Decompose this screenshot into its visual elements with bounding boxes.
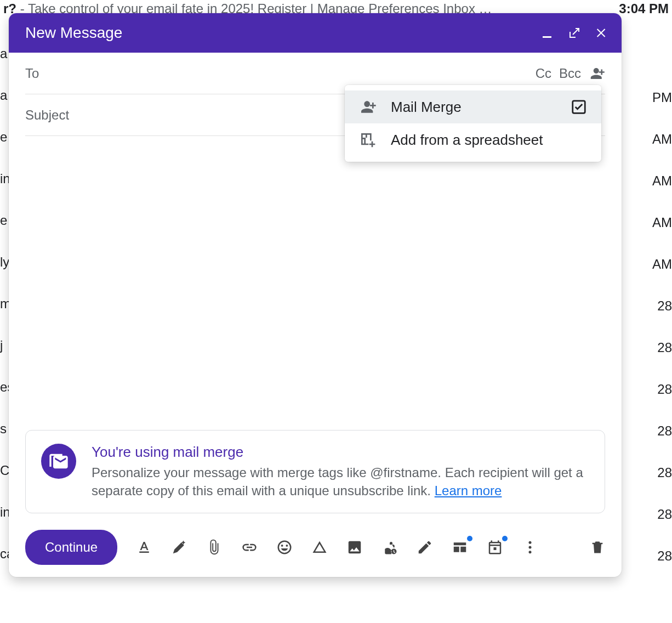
paperclip-icon [206, 539, 223, 556]
inbox-right-fragments: PMAMAMAMAM28282828282828 [652, 77, 672, 577]
info-card-body: Personalize your message with merge tags… [92, 464, 589, 500]
template-button[interactable] [452, 539, 468, 556]
to-input[interactable] [43, 66, 535, 81]
info-card-title: You're using mail merge [92, 444, 589, 461]
menu-item-label: Add from a spreadsheet [391, 132, 587, 149]
compose-title: New Message [25, 24, 122, 42]
learn-more-link[interactable]: Learn more [435, 483, 502, 498]
notification-dot [467, 536, 472, 541]
lock-clock-icon [381, 539, 398, 556]
schedule-button[interactable] [487, 539, 503, 556]
smart-compose-button[interactable] [171, 539, 187, 556]
svg-rect-0 [543, 36, 551, 38]
to-label: To [25, 66, 39, 81]
emoji-icon [276, 539, 293, 556]
mail-merge-icon [359, 98, 377, 116]
cc-button[interactable]: Cc [536, 66, 551, 81]
close-icon[interactable] [595, 26, 608, 39]
mail-merge-badge-icon [41, 444, 76, 479]
minimize-icon[interactable] [540, 26, 554, 39]
menu-item-add-spreadsheet[interactable]: Add from a spreadsheet [345, 123, 601, 156]
checkbox-checked-icon [571, 99, 587, 115]
image-button[interactable] [346, 539, 363, 556]
contacts-picker-icon[interactable] [589, 65, 605, 82]
image-icon [346, 539, 363, 556]
svg-point-2 [529, 546, 532, 549]
formatting-button[interactable] [136, 539, 152, 556]
compose-body[interactable] [9, 136, 622, 430]
notification-dot [502, 536, 508, 541]
svg-point-1 [529, 541, 532, 544]
link-button[interactable] [241, 539, 258, 556]
compose-window: New Message To Cc Bcc You're using m [9, 13, 622, 577]
recipients-menu: Mail Merge Add from a spreadsheet [345, 85, 601, 162]
attach-button[interactable] [206, 539, 223, 556]
confidential-button[interactable] [381, 539, 398, 556]
continue-button[interactable]: Continue [25, 530, 117, 565]
more-vert-icon [522, 539, 538, 556]
template-icon [452, 539, 468, 556]
link-icon [241, 539, 258, 556]
text-format-icon [136, 539, 152, 556]
bcc-button[interactable]: Bcc [559, 66, 581, 81]
inbox-row-time: 3:04 PM [619, 1, 669, 16]
svg-point-3 [529, 551, 532, 553]
drive-icon [311, 539, 328, 556]
discard-button[interactable] [590, 540, 605, 555]
pen-icon [417, 539, 433, 556]
more-button[interactable] [522, 539, 538, 556]
menu-item-mail-merge[interactable]: Mail Merge [345, 90, 601, 123]
mail-merge-info-card: You're using mail merge Personalize your… [25, 430, 605, 513]
signature-button[interactable] [417, 539, 433, 556]
calendar-icon [487, 539, 503, 556]
emoji-button[interactable] [276, 539, 293, 556]
trash-icon [590, 540, 605, 555]
spreadsheet-add-icon [359, 131, 377, 149]
compose-toolbar: Continue [9, 522, 622, 577]
compose-titlebar: New Message [9, 13, 622, 53]
drive-button[interactable] [311, 539, 328, 556]
popout-icon[interactable] [568, 26, 581, 39]
menu-item-label: Mail Merge [391, 99, 556, 116]
sparkle-pen-icon [171, 539, 187, 556]
